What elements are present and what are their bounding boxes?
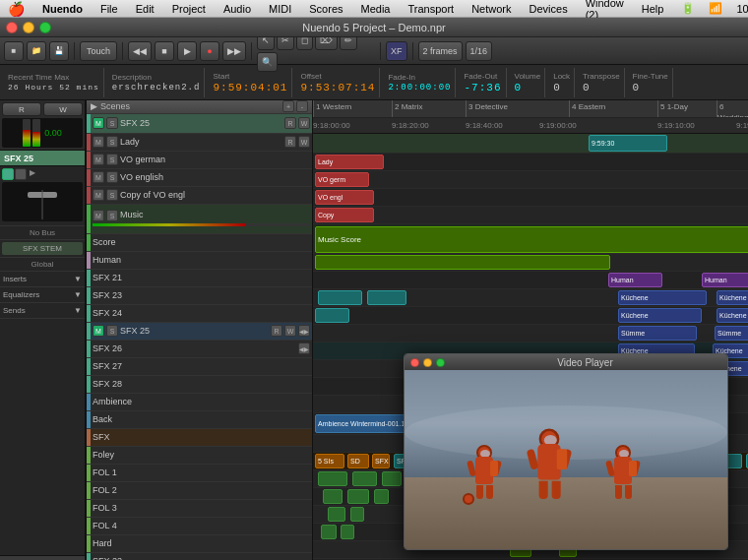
clip-voenglish-1[interactable]: VO engl	[315, 190, 374, 205]
fadeout-section[interactable]: Fade-Out -7:36	[460, 68, 506, 97]
menu-scores[interactable]: Scores	[305, 3, 346, 15]
save-button[interactable]: 💾	[49, 41, 69, 61]
menu-nuendo[interactable]: Nuendo	[38, 3, 87, 15]
clip-sfx24-1[interactable]: Sümme	[618, 326, 697, 341]
clip-human-2[interactable]: Human	[702, 273, 748, 287]
video-min-button[interactable]	[423, 358, 432, 367]
track-s-music[interactable]: S	[106, 210, 118, 221]
clip-fol3-1[interactable]	[321, 525, 337, 539]
clip-lady-1[interactable]: Lady	[315, 155, 384, 169]
clip-sfx21-2[interactable]	[367, 290, 406, 305]
menu-help[interactable]: Help	[638, 3, 668, 15]
video-close-button[interactable]	[410, 358, 419, 367]
clip-fol2-2[interactable]	[350, 507, 364, 522]
clip-music-1[interactable]: Music Score	[315, 226, 748, 253]
volume-section[interactable]: Volume 0	[511, 68, 546, 97]
scenes-remove[interactable]: -	[296, 100, 308, 112]
menu-media[interactable]: Media	[357, 3, 395, 15]
clip-sfx-o-3[interactable]: SFX	[372, 454, 390, 468]
xfade-button[interactable]: XF	[386, 41, 407, 61]
menu-file[interactable]: File	[96, 3, 122, 15]
global-label[interactable]: Global	[2, 260, 83, 269]
open-button[interactable]: 📁	[27, 41, 46, 61]
track-read-sfx25[interactable]: R	[284, 117, 296, 129]
menu-transport[interactable]: Transport	[405, 3, 459, 15]
rewind-button[interactable]: ◀◀	[128, 41, 152, 61]
clip-fol1-2[interactable]	[347, 489, 369, 504]
track-mute-lady[interactable]: M	[93, 136, 104, 148]
clip-sfx23-1[interactable]	[315, 308, 349, 323]
resolution-selector[interactable]: 1/16	[466, 41, 493, 61]
sends-expand[interactable]: ▼	[74, 306, 82, 315]
scenes-add[interactable]: +	[282, 100, 294, 112]
clip-foley-3[interactable]	[382, 471, 402, 486]
track-e-sfx25b[interactable]: ◀▶	[298, 325, 310, 337]
touch-mode-button[interactable]: Touch	[80, 41, 117, 61]
clip-sfx21-3[interactable]: Küchene	[618, 290, 707, 305]
menu-edit[interactable]: Edit	[132, 3, 158, 15]
equalizers-expand[interactable]: ▼	[74, 290, 82, 299]
ch-button-2[interactable]: W	[43, 102, 83, 116]
track-m-music[interactable]: M	[93, 210, 104, 221]
sfx-stem-label[interactable]: SFX STEM	[2, 242, 83, 255]
clip-copyvo-1[interactable]: Copy	[315, 208, 374, 222]
ch-fader-track[interactable]	[2, 182, 83, 221]
menu-network[interactable]: Network	[468, 3, 515, 15]
frames-selector[interactable]: 2 frames	[418, 41, 463, 61]
clip-fol2-1[interactable]	[328, 507, 345, 522]
menu-devices[interactable]: Devices	[526, 3, 572, 15]
track-s-copyvo[interactable]: S	[106, 189, 118, 201]
track-w-sfx25b[interactable]: W	[284, 325, 296, 337]
clip-fol1-1[interactable]	[323, 489, 343, 504]
clip-score-1[interactable]	[315, 255, 610, 270]
track-solo-sfx25[interactable]: S	[106, 117, 118, 129]
menu-audio[interactable]: Audio	[219, 3, 255, 15]
menu-midi[interactable]: MIDI	[265, 3, 295, 15]
video-player[interactable]: Video Player	[404, 353, 728, 550]
track-e-sfx26[interactable]: ◀▶	[298, 342, 310, 354]
clip-vogerman-1[interactable]: VO germ	[315, 172, 369, 187]
clip-sfx24-2[interactable]: Sümme	[715, 326, 748, 341]
finetune-section[interactable]: Fine-Tune 0	[629, 68, 673, 97]
menu-project[interactable]: Project	[168, 3, 210, 15]
ch-mute-btn[interactable]	[2, 168, 14, 180]
clip-sfx21-1[interactable]	[318, 290, 362, 305]
forward-button[interactable]: ▶▶	[222, 41, 246, 61]
stop-button[interactable]: ■	[155, 41, 174, 61]
play-button[interactable]: ▶	[177, 41, 197, 61]
ch-solo-btn[interactable]	[15, 168, 27, 180]
track-s-vogerman[interactable]: S	[106, 154, 118, 165]
close-button[interactable]	[6, 22, 18, 33]
record-button[interactable]: ●	[200, 41, 219, 61]
clip-foley-2[interactable]	[352, 471, 377, 486]
track-m-voenglish[interactable]: M	[93, 171, 104, 183]
clip-human-1[interactable]: Human	[608, 273, 662, 287]
video-max-button[interactable]	[436, 358, 445, 367]
clip-sfx23-3[interactable]: Küchene	[717, 308, 748, 323]
track-m-vogerman[interactable]: M	[93, 154, 104, 165]
clip-sfx23-2[interactable]: Küchene	[618, 308, 702, 323]
apple-menu-icon[interactable]: 🍎	[4, 1, 29, 17]
track-mute-sfx25[interactable]: M	[93, 117, 104, 129]
lock-section[interactable]: Lock 0	[549, 68, 575, 97]
inserts-expand[interactable]: ▼	[74, 275, 82, 283]
track-s-voenglish[interactable]: S	[106, 171, 118, 183]
transpose-section[interactable]: Transpose 0	[579, 68, 625, 97]
clip-sfx-o-2[interactable]: SD	[347, 454, 369, 468]
offset-section[interactable]: Offset 9:53:07:14	[296, 68, 380, 97]
track-m-copyvo[interactable]: M	[93, 189, 104, 201]
fadein-section[interactable]: Fade-In 2:00:00:00	[384, 68, 456, 97]
track-r-sfx25b[interactable]: R	[271, 325, 282, 337]
clip-sfx-o-1[interactable]: 5 SIs	[315, 454, 344, 468]
track-write-sfx25[interactable]: W	[298, 117, 310, 129]
maximize-button[interactable]	[39, 22, 51, 33]
clip-sfx25t-1[interactable]: 9:59:30	[589, 135, 667, 152]
ch-button-1[interactable]: R	[2, 102, 41, 116]
track-r-lady[interactable]: R	[284, 136, 296, 148]
clip-fol1-3[interactable]	[374, 489, 389, 504]
clip-sfx21-4[interactable]: Küchene	[717, 290, 748, 305]
track-w-lady[interactable]: W	[298, 136, 310, 148]
clip-fol3-2[interactable]	[341, 525, 354, 539]
track-s-sfx25b[interactable]: S	[106, 325, 118, 337]
track-m-sfx25b[interactable]: M	[93, 325, 104, 337]
